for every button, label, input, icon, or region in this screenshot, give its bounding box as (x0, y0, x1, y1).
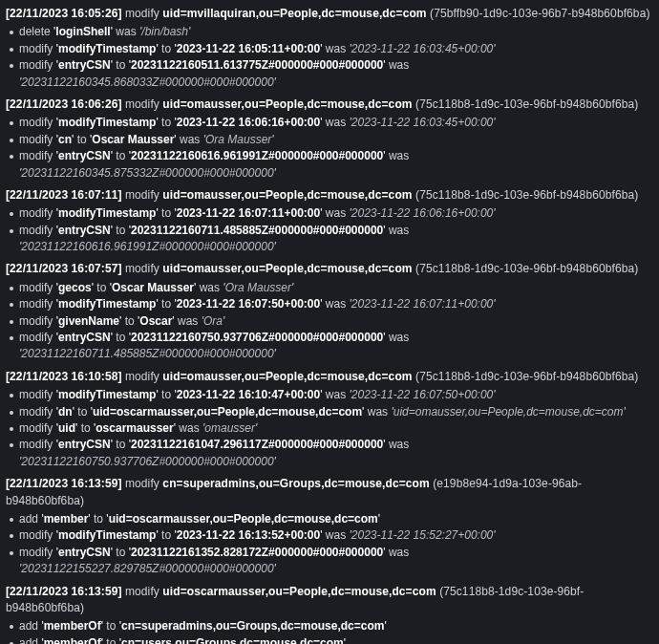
dn: uid=omausser,ou=People,dc=mouse,dc=com (162, 262, 412, 275)
log-entry-header: [22/11/2023 16:13:59] modify cn=superadm… (6, 476, 653, 509)
change-op: modify (19, 42, 53, 55)
change-old: 20231122160345.875332Z#000000#000#000000 (21, 166, 273, 180)
to-label: to (161, 388, 171, 401)
was-label: was (200, 281, 220, 294)
was-label: was (326, 42, 346, 55)
change-op: modify (19, 314, 53, 328)
change-item: modify 'uid' to 'oscarmausser' was 'omau… (6, 420, 653, 437)
change-item: modify 'entryCSN' to '20231122161047.296… (6, 437, 653, 470)
change-attr: modifyTimestamp (58, 297, 156, 311)
change-attr: givenName (58, 314, 119, 328)
was-label: was (326, 116, 346, 129)
change-old: 2023-11-22 16:07:50+00:00 (351, 388, 493, 401)
dn: cn=superadmins,ou=Groups,dc=mouse,dc=com (162, 477, 429, 490)
change-new: cn=users,ou=Groups,dc=mouse,dc=com (121, 636, 344, 644)
change-op: modify (19, 528, 53, 542)
change-item: modify 'modifyTimestamp' to '2023-11-22 … (6, 205, 653, 222)
change-list: add 'member' to 'uid=oscarmausser,ou=Peo… (6, 511, 653, 578)
change-list: modify 'modifyTimestamp' to '2023-11-22 … (6, 115, 653, 182)
change-op: add (19, 512, 38, 526)
change-new: 20231122161352.828172Z#000000#000#000000 (131, 546, 383, 559)
change-attr: gecos (58, 281, 92, 294)
change-op: modify (19, 224, 53, 237)
change-old: Ora Mausser (205, 133, 271, 146)
change-item: modify 'modifyTimestamp' to '2023-11-22 … (6, 527, 653, 544)
change-item: modify 'entryCSN' to '20231122160711.485… (6, 223, 653, 256)
change-attr: entryCSN (58, 331, 111, 344)
change-item: add 'member' to 'uid=oscarmausser,ou=Peo… (6, 511, 653, 527)
change-old: 2023-11-22 16:06:16+00:00 (351, 206, 493, 220)
was-label: was (326, 206, 346, 220)
action: modify (125, 477, 159, 490)
change-old: 2023-11-22 16:07:11+00:00 (351, 297, 493, 311)
uuid: (75c118b8-1d9c-103e-96bf-b948b60bf6ba) (415, 262, 638, 275)
log-entry-header: [22/11/2023 16:10:58] modify uid=omausse… (6, 369, 653, 385)
action: modify (125, 370, 159, 383)
to-label: to (161, 206, 171, 220)
was-label: was (116, 25, 136, 38)
was-label: was (389, 438, 409, 451)
change-old: omausser (204, 421, 255, 435)
to-label: to (77, 405, 87, 419)
to-label: to (116, 58, 125, 72)
change-list: add 'memberOf' to 'cn=superadmins,ou=Gro… (6, 618, 653, 644)
change-op: modify (19, 58, 53, 72)
to-label: to (116, 224, 125, 237)
was-label: was (180, 133, 200, 146)
log-entry: [22/11/2023 16:07:57] modify uid=omausse… (6, 261, 653, 362)
change-old: uid=omausser,ou=People,dc=mouse,dc=com (393, 405, 624, 419)
timestamp: [22/11/2023 16:07:11] (6, 188, 122, 202)
change-old: Ora (203, 314, 223, 328)
was-label: was (389, 224, 409, 237)
change-attr: entryCSN (58, 546, 111, 559)
change-attr: loginShell (55, 25, 110, 38)
change-new: 2023-11-22 16:13:52+00:00 (177, 528, 320, 542)
was-label: was (326, 388, 346, 401)
log-entry-header: [22/11/2023 16:13:59] modify uid=oscarma… (6, 584, 653, 617)
change-new: 2023-11-22 16:06:16+00:00 (177, 116, 320, 129)
change-attr: entryCSN (58, 58, 111, 72)
log-entry-header: [22/11/2023 16:07:11] modify uid=omausse… (6, 187, 653, 204)
change-attr: modifyTimestamp (58, 206, 156, 220)
change-new: 2023-11-22 16:10:47+00:00 (177, 388, 320, 401)
change-old: 2023-11-22 16:03:45+00:00 (351, 116, 493, 129)
change-item: modify 'modifyTimestamp' to '2023-11-22 … (6, 115, 653, 131)
action: modify (125, 7, 159, 20)
to-label: to (106, 619, 116, 633)
was-label: was (389, 546, 409, 559)
change-old: /bin/bash (141, 25, 188, 38)
uuid: (75c118b8-1d9c-103e-96bf-b948b60bf6ba) (415, 370, 638, 383)
log-entry: [22/11/2023 16:10:58] modify uid=omausse… (6, 369, 653, 470)
was-label: was (178, 314, 198, 328)
was-label: was (389, 331, 409, 344)
change-op: modify (19, 388, 53, 401)
change-item: add 'memberOf' to 'cn=superadmins,ou=Gro… (6, 618, 653, 634)
timestamp: [22/11/2023 16:10:58] (6, 370, 122, 383)
change-new: 2023-11-22 16:07:11+00:00 (177, 206, 320, 220)
change-item: modify 'entryCSN' to '20231122161352.828… (6, 545, 653, 578)
change-item: modify 'cn' to 'Oscar Mausser' was 'Ora … (6, 132, 653, 148)
change-list: modify 'modifyTimestamp' to '2023-11-22 … (6, 387, 653, 470)
change-attr: modifyTimestamp (58, 42, 156, 55)
change-op: modify (19, 206, 53, 220)
change-op: add (19, 636, 38, 644)
uuid: (75c118b8-1d9c-103e-96bf-b948b60bf6ba) (415, 188, 638, 202)
change-old: 20231122155227.829785Z#000000#000#000000 (21, 562, 273, 575)
change-new: 20231122161047.296117Z#000000#000#000000 (131, 438, 383, 451)
change-list: delete 'loginShell' was '/bin/bash'modif… (6, 24, 653, 91)
change-op: modify (19, 116, 53, 129)
change-attr: member (44, 512, 89, 526)
change-new: 2023-11-22 16:05:11+00:00 (177, 42, 320, 55)
change-op: modify (19, 133, 53, 146)
timestamp: [22/11/2023 16:13:59] (6, 477, 122, 490)
to-label: to (161, 528, 171, 542)
change-op: modify (19, 405, 53, 419)
change-attr: cn (58, 133, 72, 146)
log-entry-header: [22/11/2023 16:05:26] modify uid=mvillaq… (6, 6, 653, 22)
change-op: modify (19, 546, 53, 559)
change-op: delete (19, 25, 51, 38)
log-entry: [22/11/2023 16:07:11] modify uid=omausse… (6, 187, 653, 256)
was-label: was (389, 58, 409, 72)
timestamp: [22/11/2023 16:05:26] (6, 7, 122, 20)
change-new: uid=oscarmausser,ou=People,dc=mouse,dc=c… (93, 405, 362, 419)
